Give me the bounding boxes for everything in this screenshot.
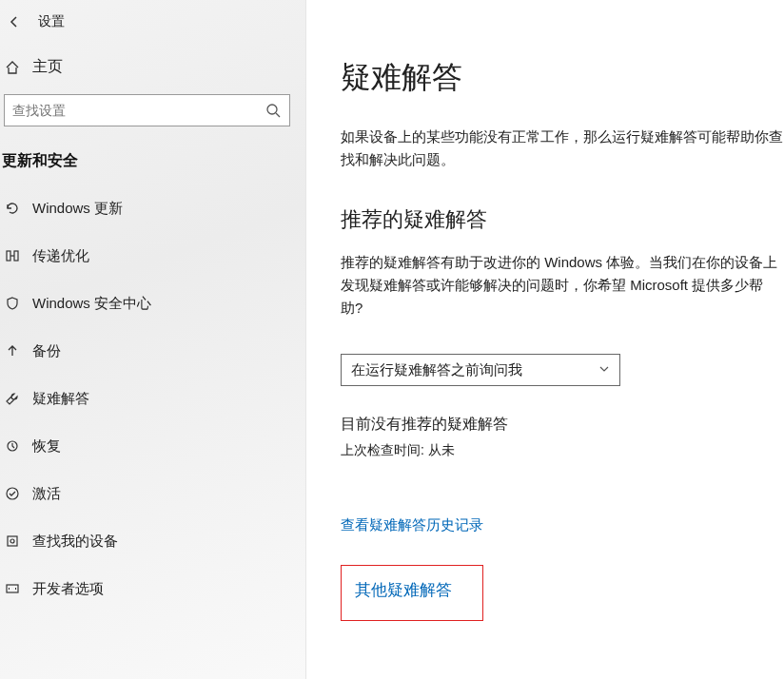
svg-rect-1	[7, 251, 10, 261]
page-title: 疑难解答	[341, 57, 784, 99]
sidebar-item-label: Windows 更新	[32, 200, 123, 218]
category-label: 更新和安全	[0, 132, 305, 184]
sidebar-item-label: Windows 安全中心	[32, 295, 151, 313]
check-icon	[0, 486, 25, 501]
sidebar: 设置 主页 更新和安全 Windows 更新	[0, 0, 306, 679]
home-row[interactable]: 主页	[0, 40, 305, 88]
sidebar-item-label: 备份	[32, 342, 61, 360]
select-value: 在运行疑难解答之前询问我	[351, 361, 522, 379]
sidebar-item-label: 查找我的设备	[32, 533, 118, 551]
substatus-text: 上次检查时间: 从未	[341, 442, 784, 459]
wrench-icon	[0, 391, 25, 406]
status-text: 目前没有推荐的疑难解答	[341, 415, 784, 435]
sidebar-item-label: 激活	[32, 485, 61, 503]
sidebar-item-security[interactable]: Windows 安全中心	[0, 280, 305, 327]
back-row[interactable]: 设置	[0, 0, 305, 40]
svg-point-6	[10, 539, 14, 543]
sidebar-item-find-device[interactable]: 查找我的设备	[0, 517, 305, 565]
sidebar-item-label: 疑难解答	[32, 390, 89, 408]
shield-icon	[0, 296, 25, 311]
sidebar-item-backup[interactable]: 备份	[0, 327, 305, 375]
search-icon	[257, 103, 289, 118]
sidebar-item-label: 开发者选项	[32, 580, 104, 598]
refresh-icon	[0, 201, 25, 216]
section-body: 推荐的疑难解答有助于改进你的 Windows 体验。当我们在你的设备上发现疑难解…	[341, 251, 784, 320]
svg-rect-2	[14, 251, 18, 261]
settings-label: 设置	[38, 13, 65, 30]
history-link[interactable]: 查看疑难解答历史记录	[341, 516, 483, 534]
intro-text: 如果设备上的某些功能没有正常工作，那么运行疑难解答可能帮助你查找和解决此问题。	[341, 126, 784, 171]
up-arrow-icon	[0, 343, 25, 359]
other-troubleshoot-link[interactable]: 其他疑难解答	[341, 565, 483, 621]
sidebar-item-troubleshoot[interactable]: 疑难解答	[0, 375, 305, 422]
sidebar-item-label: 传递优化	[32, 247, 89, 265]
svg-rect-5	[8, 536, 17, 546]
home-icon	[0, 60, 25, 75]
sidebar-item-recovery[interactable]: 恢复	[0, 422, 305, 470]
back-icon	[0, 15, 29, 29]
sidebar-item-activation[interactable]: 激活	[0, 470, 305, 517]
sidebar-item-windows-update[interactable]: Windows 更新	[0, 184, 305, 232]
content: 疑难解答 如果设备上的某些功能没有正常工作，那么运行疑难解答可能帮助你查找和解决…	[306, 0, 784, 679]
section-title: 推荐的疑难解答	[341, 205, 784, 234]
chevron-down-icon	[598, 363, 610, 378]
search-input[interactable]	[5, 103, 257, 118]
nav-items: Windows 更新 传递优化 Windows 安全中心 备份	[0, 184, 305, 612]
sidebar-item-delivery[interactable]: 传递优化	[0, 232, 305, 280]
dev-icon	[0, 581, 25, 596]
svg-point-0	[267, 105, 277, 114]
optimize-icon	[0, 248, 25, 263]
search-box[interactable]	[4, 94, 290, 126]
recover-icon	[0, 438, 25, 454]
troubleshoot-select[interactable]: 在运行疑难解答之前询问我	[341, 354, 620, 386]
svg-point-4	[7, 488, 18, 499]
sidebar-item-developer[interactable]: 开发者选项	[0, 565, 305, 612]
sidebar-item-label: 恢复	[32, 437, 61, 456]
home-label: 主页	[32, 57, 63, 77]
device-icon	[0, 534, 25, 549]
